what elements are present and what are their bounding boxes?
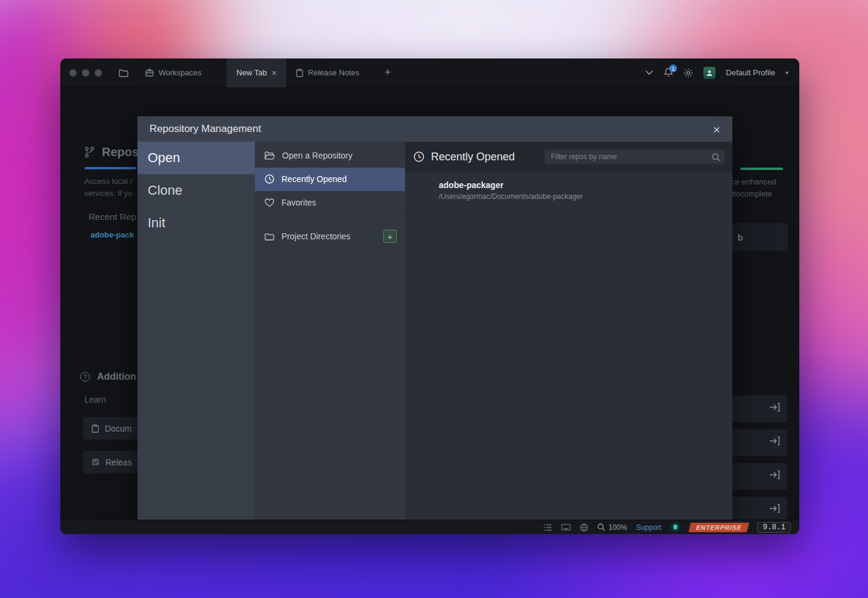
settings-gear-icon[interactable] [684,68,693,78]
repo-management-section-title: Repos [84,145,139,159]
subnav-favorites-label: Favorites [281,198,316,207]
active-section-underline [84,167,136,169]
background-button-fragment[interactable]: b [732,223,788,251]
enterprise-badge: ENTERPRISE [688,523,749,532]
release-notes-button-label: Releas [105,458,132,467]
chevron-down-icon[interactable] [645,70,653,75]
tab-release-notes-label: Release Notes [308,68,359,77]
modal-main-panel: Recently Opened adobe-packager /Users/eg… [405,142,732,526]
modal-body: Open Clone Init Open a Repository Recent… [137,142,732,526]
learn-label: Learn [84,395,106,404]
tab-new-tab-label: New Tab [236,68,266,77]
feature-text-fragment: ce enhanced [731,177,776,186]
app-version: 9.8.1 [757,522,791,533]
feature-tab-underline [740,168,783,170]
keyboard-icon[interactable] [561,524,571,530]
repo-filter [544,149,725,165]
subnav-recently-opened[interactable]: Recently Opened [255,168,405,191]
traffic-lights [60,69,102,77]
notification-badge: 1 [669,65,677,72]
sign-in-icon [769,403,780,412]
magnifier-icon [597,523,605,531]
folder-icon[interactable] [119,69,128,77]
repo-section-description: Access local r [84,177,133,186]
recent-repo-link[interactable]: adobe-pack [90,230,134,239]
gitkraken-window: Workspaces New Tab × Release Notes + 1 [60,58,799,534]
minimize-window-button[interactable] [82,69,89,77]
tab-close-icon[interactable]: × [272,69,277,77]
network-globe-icon[interactable] [580,523,588,532]
modal-title: Repository Management [149,123,261,135]
profile-avatar[interactable] [703,67,715,79]
subnav-open-a-repository-label: Open a Repository [282,151,353,160]
profile-caret-icon[interactable]: ▾ [785,69,788,76]
subnav-project-directories-label: Project Directories [281,231,350,241]
tab-workspaces-label: Workspaces [159,68,201,77]
nav-item-clone-label: Clone [148,183,182,198]
notifications-bell-icon[interactable]: 1 [664,68,673,78]
person-icon [706,69,713,77]
filter-repos-input[interactable] [544,149,725,165]
titlebar: Workspaces New Tab × Release Notes + 1 [60,58,799,87]
modal-close-icon[interactable]: × [713,123,720,136]
subnav-recently-opened-label: Recently Opened [281,174,347,184]
profile-menu-label[interactable]: Default Profile [726,68,775,77]
nav-item-init-label: Init [148,215,165,231]
recently-opened-header: Recently Opened [405,142,732,172]
modal-nav-column: Open Clone Init [137,142,255,526]
statusbar: 100% Support ENTERPRISE 9.8.1 [60,520,799,534]
sign-in-icon [769,470,780,479]
folder-open-icon [265,151,275,160]
clipboard-icon [296,69,303,77]
kraken-logo-icon[interactable] [670,522,681,532]
repository-management-modal: Repository Management × Open Clone Init … [137,116,732,526]
repo-name: adobe-packager [439,180,732,190]
nav-item-init[interactable]: Init [137,207,255,239]
tab-new-tab[interactable]: New Tab × [227,58,286,87]
repo-path: /Users/egormac/Documents/adobe-packager [439,192,732,201]
nav-item-clone[interactable]: Clone [137,174,255,207]
repo-section-title-text: Repos [102,145,139,159]
feature-text-fragment: utocomplete [729,189,772,198]
support-link[interactable]: Support [636,523,661,532]
clipboard-icon [92,424,99,433]
recent-repos-header: Recent Rep [89,212,136,222]
documentation-button-label: Docum [105,424,131,433]
briefcase-icon [145,69,154,77]
repo-section-description: services. If yo [84,189,132,198]
folder-icon [265,233,274,241]
branch-icon [84,146,95,158]
add-tab-button[interactable]: + [385,66,391,79]
search-icon [712,152,720,165]
recently-opened-list: adobe-packager /Users/egormac/Documents/… [405,172,732,526]
subnav-open-a-repository[interactable]: Open a Repository [255,144,405,168]
sign-in-icon [769,504,780,513]
sign-in-icon [769,436,780,445]
additional-resources-title: ? Addition [80,371,136,382]
nav-item-open[interactable]: Open [137,142,255,174]
question-icon: ? [80,372,90,382]
nav-item-open-label: Open [148,150,180,166]
repo-list-item[interactable]: adobe-packager /Users/egormac/Documents/… [439,180,732,201]
modal-header: Repository Management × [137,116,732,142]
heart-icon [265,198,274,207]
subnav-favorites[interactable]: Favorites [255,191,405,215]
modal-subnav-column: Open a Repository Recently Opened Favori… [255,142,405,526]
recently-opened-title: Recently Opened [431,151,515,163]
tab-release-notes[interactable]: Release Notes [286,58,369,87]
commit-list-icon[interactable] [544,524,552,531]
add-project-directory-button[interactable]: + [383,230,397,243]
zoom-window-button[interactable] [95,69,102,77]
titlebar-actions: 1 Default Profile ▾ [645,67,799,79]
checked-box-icon [92,458,99,466]
zoom-control[interactable]: 100% [597,523,627,532]
tab-workspaces[interactable]: Workspaces [136,58,211,87]
subnav-project-directories[interactable]: Project Directories + [255,225,405,248]
clock-icon [414,151,424,162]
zoom-level-text: 100% [608,523,627,532]
background-button-text: b [738,232,743,242]
clock-icon [265,174,274,184]
close-window-button[interactable] [69,69,77,77]
additional-resources-text: Addition [97,371,136,382]
